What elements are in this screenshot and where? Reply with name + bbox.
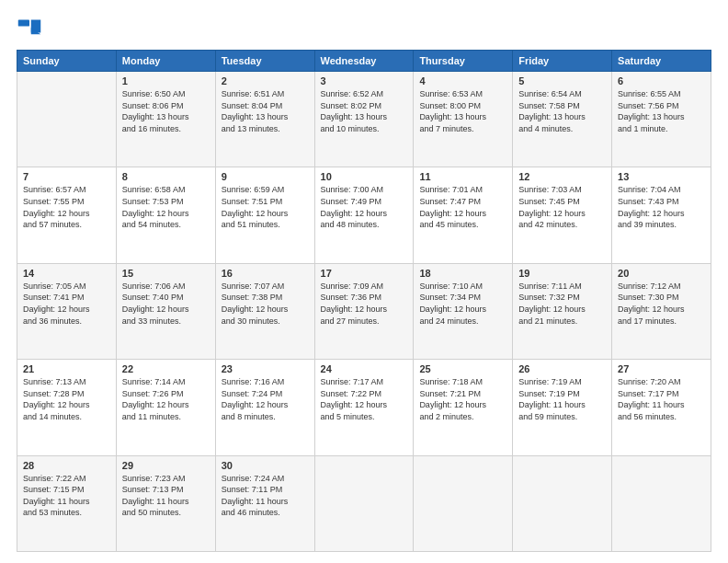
day-number: 13	[618, 171, 705, 182]
cell-text: and 48 minutes.	[321, 219, 408, 231]
cell-text: Sunset: 7:17 PM	[618, 388, 705, 400]
calendar-cell: 25Sunrise: 7:18 AMSunset: 7:21 PMDayligh…	[414, 360, 513, 455]
cell-text: Sunset: 7:47 PM	[419, 196, 506, 208]
calendar-cell: 17Sunrise: 7:09 AMSunset: 7:36 PMDayligh…	[314, 263, 414, 359]
cell-text: Sunset: 7:55 PM	[23, 196, 110, 208]
cell-text: Sunset: 7:51 PM	[222, 196, 309, 208]
cell-text: Sunset: 7:32 PM	[518, 292, 606, 304]
cell-text: Sunset: 7:53 PM	[122, 196, 210, 208]
calendar-cell: 4Sunrise: 6:53 AMSunset: 8:00 PMDaylight…	[414, 72, 513, 167]
day-number: 26	[518, 363, 606, 374]
cell-text: Sunset: 7:22 PM	[321, 388, 408, 400]
cell-text: Sunset: 7:58 PM	[518, 100, 606, 112]
calendar-cell	[513, 455, 612, 551]
cell-text: Sunset: 7:56 PM	[618, 100, 705, 112]
cell-text: Sunrise: 6:51 AM	[222, 88, 309, 100]
cell-text: Daylight: 12 hours	[122, 208, 210, 220]
weekday-header-thursday: Thursday	[414, 51, 513, 72]
calendar-cell: 26Sunrise: 7:19 AMSunset: 7:19 PMDayligh…	[513, 360, 612, 455]
day-number: 7	[23, 171, 110, 182]
cell-text: Sunrise: 7:09 AM	[321, 281, 408, 293]
calendar-cell	[314, 455, 414, 551]
cell-text: Daylight: 12 hours	[518, 208, 606, 220]
day-number: 1	[122, 75, 210, 86]
cell-text: Sunset: 8:04 PM	[222, 100, 309, 112]
cell-text: Daylight: 13 hours	[122, 111, 210, 123]
cell-text: Sunrise: 7:06 AM	[122, 281, 210, 293]
cell-text: and 13 minutes.	[222, 123, 309, 135]
calendar-cell: 13Sunrise: 7:04 AMSunset: 7:43 PMDayligh…	[612, 167, 711, 263]
cell-text: Sunset: 7:21 PM	[419, 388, 506, 400]
calendar-week-5: 28Sunrise: 7:22 AMSunset: 7:15 PMDayligh…	[17, 455, 711, 551]
cell-text: and 21 minutes.	[518, 316, 606, 327]
day-number: 19	[518, 268, 606, 279]
cell-text: Sunrise: 7:10 AM	[419, 281, 506, 293]
cell-text: Sunset: 7:11 PM	[222, 484, 309, 496]
cell-text: and 33 minutes.	[122, 316, 210, 327]
calendar-cell: 12Sunrise: 7:03 AMSunset: 7:45 PMDayligh…	[513, 167, 612, 263]
cell-text: Daylight: 12 hours	[321, 304, 408, 316]
day-number: 12	[518, 171, 606, 182]
header	[17, 17, 711, 42]
cell-text: Sunrise: 7:14 AM	[122, 376, 210, 388]
cell-text: Sunrise: 7:03 AM	[518, 184, 606, 196]
calendar-cell	[17, 72, 117, 167]
cell-text: Sunrise: 7:20 AM	[618, 376, 705, 388]
cell-text: Daylight: 12 hours	[419, 399, 506, 411]
day-number: 18	[419, 268, 506, 279]
cell-text: Sunset: 7:40 PM	[122, 292, 210, 304]
cell-text: Sunrise: 7:18 AM	[419, 376, 506, 388]
cell-text: and 53 minutes.	[23, 507, 110, 519]
cell-text: Sunrise: 7:00 AM	[321, 184, 408, 196]
day-number: 5	[518, 75, 606, 86]
cell-text: Sunrise: 7:11 AM	[518, 281, 606, 293]
cell-text: Daylight: 12 hours	[321, 208, 408, 220]
cell-text: Sunset: 7:43 PM	[618, 196, 705, 208]
day-number: 22	[122, 363, 210, 374]
day-number: 2	[222, 75, 309, 86]
cell-text: Sunrise: 7:04 AM	[618, 184, 705, 196]
day-number: 20	[618, 268, 705, 279]
cell-text: and 46 minutes.	[222, 507, 309, 519]
cell-text: and 11 minutes.	[122, 411, 210, 423]
cell-text: Sunrise: 6:59 AM	[222, 184, 309, 196]
cell-text: Sunrise: 7:07 AM	[222, 281, 309, 293]
logo-icon	[17, 17, 42, 42]
cell-text: and 59 minutes.	[518, 411, 606, 423]
cell-text: Sunrise: 7:24 AM	[222, 473, 309, 485]
day-number: 11	[419, 171, 506, 182]
cell-text: Daylight: 13 hours	[321, 111, 408, 123]
page: SundayMondayTuesdayWednesdayThursdayFrid…	[0, 0, 728, 563]
calendar-week-2: 7Sunrise: 6:57 AMSunset: 7:55 PMDaylight…	[17, 167, 711, 263]
cell-text: Daylight: 11 hours	[122, 496, 210, 508]
calendar-week-1: 1Sunrise: 6:50 AMSunset: 8:06 PMDaylight…	[17, 72, 711, 167]
cell-text: and 16 minutes.	[122, 123, 210, 135]
calendar-cell	[414, 455, 513, 551]
cell-text: Sunset: 8:00 PM	[419, 100, 506, 112]
day-number: 10	[321, 171, 408, 182]
cell-text: and 50 minutes.	[122, 507, 210, 519]
calendar-cell	[612, 455, 711, 551]
cell-text: Daylight: 12 hours	[222, 399, 309, 411]
cell-text: Sunset: 7:26 PM	[122, 388, 210, 400]
calendar-cell: 24Sunrise: 7:17 AMSunset: 7:22 PMDayligh…	[314, 360, 414, 455]
cell-text: Sunset: 8:02 PM	[321, 100, 408, 112]
calendar-cell: 21Sunrise: 7:13 AMSunset: 7:28 PMDayligh…	[17, 360, 117, 455]
weekday-header-tuesday: Tuesday	[215, 51, 314, 72]
calendar-cell: 19Sunrise: 7:11 AMSunset: 7:32 PMDayligh…	[513, 263, 612, 359]
cell-text: Sunrise: 6:58 AM	[122, 184, 210, 196]
calendar-cell: 22Sunrise: 7:14 AMSunset: 7:26 PMDayligh…	[116, 360, 215, 455]
weekday-header-wednesday: Wednesday	[314, 51, 414, 72]
cell-text: Daylight: 12 hours	[122, 304, 210, 316]
day-number: 6	[618, 75, 705, 86]
cell-text: Daylight: 12 hours	[618, 304, 705, 316]
weekday-header-friday: Friday	[513, 51, 612, 72]
day-number: 3	[321, 75, 408, 86]
cell-text: Sunrise: 7:16 AM	[222, 376, 309, 388]
weekday-header-monday: Monday	[116, 51, 215, 72]
cell-text: and 57 minutes.	[23, 219, 110, 231]
cell-text: and 36 minutes.	[23, 316, 110, 327]
calendar-cell: 11Sunrise: 7:01 AMSunset: 7:47 PMDayligh…	[414, 167, 513, 263]
cell-text: and 8 minutes.	[222, 411, 309, 423]
cell-text: Sunrise: 7:13 AM	[23, 376, 110, 388]
